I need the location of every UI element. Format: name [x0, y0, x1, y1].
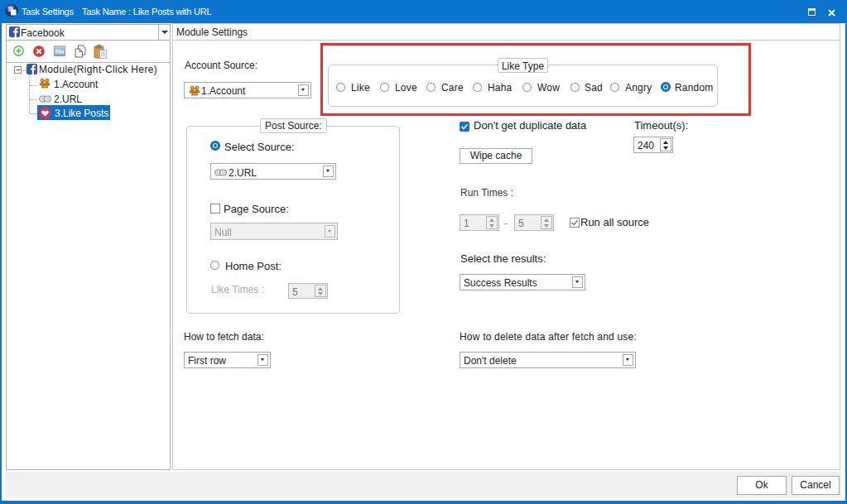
svg-text:Rn: Rn	[55, 48, 65, 55]
